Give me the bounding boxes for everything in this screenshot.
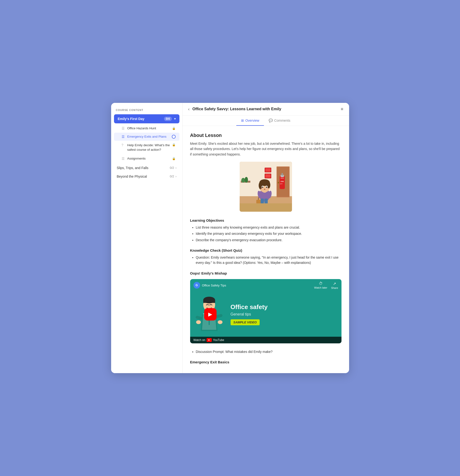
youtube-label: YouTube xyxy=(213,338,224,342)
svg-text:FIRE: FIRE xyxy=(281,181,284,182)
sidebar-section-badge: 0/2 xyxy=(170,166,174,170)
tab-overview-label: Overview xyxy=(245,119,259,122)
radio-circle-icon xyxy=(172,135,176,139)
video-container[interactable]: G Office Safety Tips ⏱ Watch later ↗ Sha… xyxy=(190,279,342,343)
question-icon: ? xyxy=(122,143,125,147)
play-button[interactable]: ▶ xyxy=(204,308,217,321)
mishap-title: Oops! Emily's Mishap xyxy=(190,271,342,275)
svg-point-48 xyxy=(218,320,223,324)
overview-tab-icon: ⊞ xyxy=(241,119,244,122)
svg-text:EXT.: EXT. xyxy=(280,183,283,185)
sidebar-item-label: Help Emily decide: What's the safest cou… xyxy=(127,143,170,152)
svg-point-39 xyxy=(267,188,269,189)
sidebar-section-title: Emily's First Day xyxy=(118,117,144,121)
sidebar-section-beyond-physical[interactable]: Beyond the Physical 0/2 › xyxy=(111,172,182,181)
sidebar: COURSE CONTENT Emily's First Day 0/4 ▾ ☰… xyxy=(111,103,183,373)
svg-point-33 xyxy=(262,187,263,188)
svg-point-10 xyxy=(241,178,245,183)
sidebar-item-label: Emergency Exits and Plans xyxy=(127,135,167,138)
video-top-bar: G Office Safety Tips ⏱ Watch later ↗ Sha… xyxy=(190,279,342,292)
svg-point-4 xyxy=(278,182,279,183)
svg-point-38 xyxy=(260,188,262,189)
sidebar-item-emergency-exits[interactable]: ☰ Emergency Exits and Plans xyxy=(114,133,179,141)
about-lesson-text: Meet Emily. She's excited about her new … xyxy=(190,141,342,157)
list-item: Identify the primary and secondary emerg… xyxy=(196,231,342,236)
menu-icon[interactable]: ≡ xyxy=(341,107,343,112)
svg-rect-43 xyxy=(203,300,215,303)
sidebar-section-slips[interactable]: Slips, Trips, and Falls 0/2 › xyxy=(111,164,182,172)
share-icon: ↗ xyxy=(333,281,336,286)
list-item: Question: Emily overhears someone saying… xyxy=(196,255,342,265)
list-item: Discussion Prompt: What mistakes did Emi… xyxy=(196,349,342,354)
knowledge-check-title: Knowledge Check (Short Quiz) xyxy=(190,248,342,252)
content-body: About Lesson Meet Emily. She's excited a… xyxy=(183,126,349,373)
sidebar-section-badge: 0/2 xyxy=(170,175,174,178)
svg-rect-23 xyxy=(256,200,260,204)
watch-later-action[interactable]: ⏱ Watch later xyxy=(314,281,327,289)
video-figure: ▶ xyxy=(195,294,226,335)
svg-point-11 xyxy=(245,177,248,183)
list-item: List three reasons why knowing emergency… xyxy=(196,225,342,230)
svg-rect-6 xyxy=(265,168,271,172)
sidebar-item-label: Office Hazards Hunt xyxy=(127,127,156,130)
share-label: Share xyxy=(331,287,338,289)
svg-point-37 xyxy=(264,189,265,190)
list-item: Describe the company's emergency evacuat… xyxy=(196,238,342,243)
video-bottom-bar: Watch on ▶ YouTube xyxy=(190,337,342,343)
svg-point-35 xyxy=(263,187,263,187)
main-content: ‹ Office Safety Savvy: Lessons Learned w… xyxy=(183,103,349,373)
svg-rect-14 xyxy=(282,173,283,176)
main-header: ‹ Office Safety Savvy: Lessons Learned w… xyxy=(183,103,349,116)
about-lesson-title: About Lesson xyxy=(190,133,342,138)
sidebar-section-header[interactable]: Emily's First Day 0/4 ▾ xyxy=(114,114,179,123)
discussion-list: Discussion Prompt: What mistakes did Emi… xyxy=(190,349,342,354)
chevron-right-icon: › xyxy=(176,166,176,170)
video-sample-badge: SAMPLE VIDEO xyxy=(231,319,260,325)
svg-rect-46 xyxy=(216,314,223,318)
channel-icon: G xyxy=(193,282,200,289)
youtube-icon: ▶ xyxy=(207,338,212,342)
youtube-logo: Watch on ▶ YouTube xyxy=(193,338,224,342)
document-icon: ☰ xyxy=(122,135,125,139)
video-main-area: ▶ Office safety General tips SAMPLE VIDE… xyxy=(190,292,342,337)
chevron-down-icon: ▾ xyxy=(174,117,176,120)
video-main-text: Office safety xyxy=(231,303,337,311)
learning-objectives-title: Learning Objectives xyxy=(190,218,342,222)
watch-on-label: Watch on xyxy=(193,338,205,342)
sidebar-item-help-emily[interactable]: ? Help Emily decide: What's the safest c… xyxy=(114,141,179,154)
channel-name: Office Safety Tips xyxy=(202,284,226,287)
sidebar-item-label: Assignments xyxy=(127,157,146,160)
lock-icon: 🔒 xyxy=(172,143,176,146)
svg-rect-45 xyxy=(195,315,202,320)
video-text-side: Office safety General tips SAMPLE VIDEO xyxy=(231,303,337,325)
chevron-right-icon: › xyxy=(176,175,176,178)
document-icon: ☰ xyxy=(122,127,125,130)
svg-point-34 xyxy=(266,187,267,188)
sidebar-header: COURSE CONTENT xyxy=(111,109,182,114)
sidebar-item-office-hazards-hunt[interactable]: ☰ Office Hazards Hunt 🔒 xyxy=(114,124,179,132)
page-title: Office Safety Savvy: Lessons Learned wit… xyxy=(192,107,338,111)
comments-tab-icon: 💬 xyxy=(269,119,273,122)
knowledge-check-list: Question: Emily overhears someone saying… xyxy=(190,255,342,265)
tabs-bar: ⊞ Overview 💬 Comments xyxy=(183,116,349,126)
svg-rect-40 xyxy=(240,203,292,212)
sidebar-section-label: Beyond the Physical xyxy=(117,175,147,178)
share-action[interactable]: ↗ Share xyxy=(331,281,338,289)
lesson-image-container: FIRE EXT. xyxy=(190,162,342,212)
emily-illustration: FIRE EXT. xyxy=(240,162,292,212)
lock-icon: 🔒 xyxy=(172,157,176,160)
lock-icon: 🔒 xyxy=(172,127,176,130)
svg-point-36 xyxy=(267,187,267,187)
sidebar-item-assignments[interactable]: ☰ Assignments 🔒 xyxy=(114,154,179,163)
learning-objectives-list: List three reasons why knowing emergency… xyxy=(190,225,342,243)
back-button[interactable]: ‹ xyxy=(188,107,190,112)
watch-later-icon: ⏱ xyxy=(319,281,323,286)
sidebar-section-label: Slips, Trips, and Falls xyxy=(117,166,149,170)
sidebar-section-badge: 0/4 xyxy=(164,117,172,121)
svg-point-47 xyxy=(196,320,201,324)
video-actions: ⏱ Watch later ↗ Share xyxy=(314,281,338,289)
tab-comments-label: Comments xyxy=(274,119,290,122)
watch-later-label: Watch later xyxy=(314,286,327,289)
tab-comments[interactable]: 💬 Comments xyxy=(264,116,295,126)
tab-overview[interactable]: ⊞ Overview xyxy=(236,116,264,126)
